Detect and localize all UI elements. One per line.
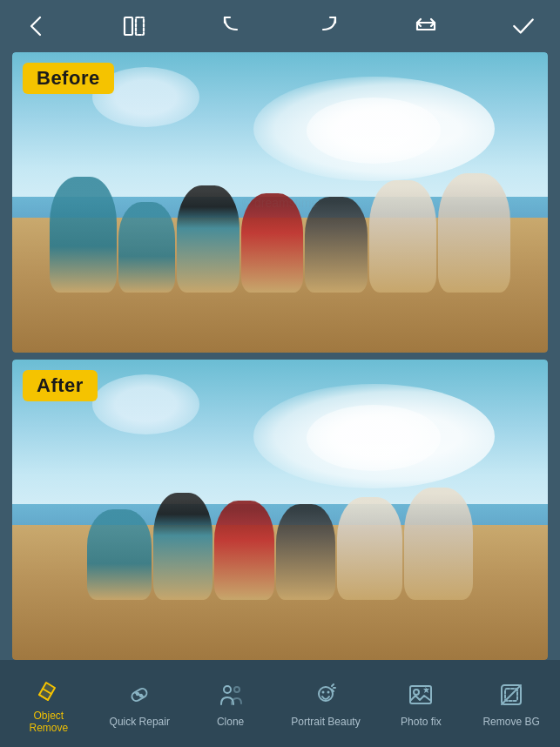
person-clone-icon <box>215 679 246 710</box>
svg-rect-0 <box>125 17 132 35</box>
tool-portrait-beauty[interactable]: Portrait Beauty <box>286 672 365 735</box>
bandage-icon <box>124 679 155 710</box>
before-label: Before <box>23 63 114 94</box>
after-label: After <box>23 370 98 401</box>
tool-remove-bg-label: Remove BG <box>482 716 539 728</box>
tool-quick-repair[interactable]: Quick Repair <box>105 672 175 735</box>
tool-photo-fix[interactable]: Photo fix <box>386 672 455 735</box>
back-button[interactable] <box>21 10 52 42</box>
tool-quick-repair-label: Quick Repair <box>110 716 170 728</box>
svg-point-9 <box>224 686 231 693</box>
tool-remove-bg[interactable]: Remove BG <box>476 672 546 735</box>
top-toolbar <box>0 0 560 52</box>
redo-button[interactable] <box>313 10 344 42</box>
svg-point-10 <box>234 687 240 692</box>
repeat-button[interactable] <box>410 10 442 42</box>
photo-fix-icon <box>405 679 436 710</box>
svg-point-8 <box>140 695 142 697</box>
tool-object-remove-label: ObjectRemove <box>30 710 69 735</box>
tool-clone-label: Clone <box>217 716 244 728</box>
face-retouching-icon <box>310 679 341 710</box>
svg-point-7 <box>137 693 138 695</box>
undo-button[interactable] <box>216 10 247 42</box>
compare-button[interactable] <box>118 10 150 42</box>
tool-clone[interactable]: Clone <box>196 672 266 735</box>
tool-object-remove[interactable]: ObjectRemove <box>14 666 84 742</box>
after-panel: After <box>12 360 548 660</box>
confirm-button[interactable] <box>508 10 539 42</box>
main-content: © dreamstime Before <box>0 52 560 660</box>
svg-point-15 <box>414 690 419 695</box>
svg-rect-1 <box>136 17 144 35</box>
remove-bg-icon <box>496 679 527 710</box>
tool-photo-fix-label: Photo fix <box>401 716 442 728</box>
eraser-icon <box>33 673 64 704</box>
bottom-toolbar: ObjectRemove Quick Repair Clone <box>0 660 560 747</box>
before-panel: © dreamstime Before <box>12 52 548 353</box>
tool-portrait-beauty-label: Portrait Beauty <box>291 716 360 728</box>
